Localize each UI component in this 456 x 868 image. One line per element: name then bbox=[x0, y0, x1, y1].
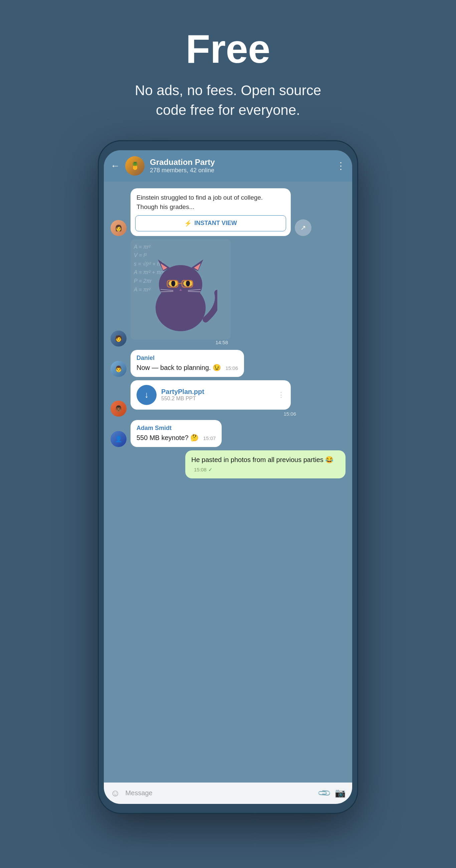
avatar: 🧑 bbox=[111, 331, 126, 346]
chat-members: 278 members, 42 online bbox=[150, 167, 331, 174]
article-text: Einstein struggled to find a job out of … bbox=[130, 188, 291, 215]
message-sender: Daniel bbox=[136, 354, 238, 362]
file-time: 15:06 bbox=[130, 411, 298, 416]
group-avatar: 🍍 bbox=[125, 156, 145, 176]
back-button[interactable]: ← bbox=[111, 161, 120, 171]
own-message-bubble: He pasted in photos from all previous pa… bbox=[185, 451, 345, 478]
checkmark-icon: ✓ bbox=[208, 467, 213, 472]
chat-body: 👩 Einstein struggled to find a job out o… bbox=[104, 182, 352, 782]
share-button[interactable]: ↗ bbox=[295, 219, 311, 236]
message-time: 15:06 bbox=[225, 365, 238, 371]
table-row: 👨 Daniel Now — back to planning. 😉 15:06 bbox=[111, 350, 345, 377]
file-bubble: ↓ PartyPlan.ppt 550.2 MB PPT ⋮ bbox=[130, 380, 291, 410]
instant-view-label: INSTANT VIEW bbox=[194, 220, 237, 227]
file-name: PartyPlan.ppt bbox=[161, 388, 273, 396]
file-size: 550.2 MB PPT bbox=[161, 396, 273, 402]
phone-frame: ← 🍍 Graduation Party 278 members, 42 onl… bbox=[98, 140, 358, 814]
sticker-time: 14:58 bbox=[215, 340, 231, 346]
lightning-icon: ⚡ bbox=[184, 220, 192, 227]
hero-subtitle: No ads, no fees. Open sourcecode free fo… bbox=[135, 81, 321, 120]
avatar: 👨 bbox=[111, 361, 126, 377]
sticker-image: A = πr² V = l³ s = √(r² + h²) A = πr² + … bbox=[130, 239, 231, 340]
chat-info: Graduation Party 278 members, 42 online bbox=[150, 158, 331, 174]
message-time: 15:07 bbox=[203, 435, 216, 441]
message-input-bar: ☺ Message 📎 📷 bbox=[104, 782, 352, 804]
more-options-icon[interactable]: ⋮ bbox=[336, 160, 345, 171]
message-text: Now — back to planning. 😉 15:06 bbox=[136, 363, 238, 372]
hero-section: Free No ads, no fees. Open sourcecode fr… bbox=[101, 0, 355, 140]
table-row: 👤 Adam Smidt 550 MB keynote? 🤔 15:07 bbox=[111, 420, 345, 447]
file-info: PartyPlan.ppt 550.2 MB PPT bbox=[161, 388, 273, 402]
hero-title: Free bbox=[135, 27, 321, 71]
avatar: 👨🏾 bbox=[111, 401, 126, 416]
article-bubble: Einstein struggled to find a job out of … bbox=[130, 188, 291, 236]
avatar: 👩 bbox=[111, 220, 126, 236]
camera-icon[interactable]: 📷 bbox=[335, 788, 345, 798]
message-sender: Adam Smidt bbox=[136, 425, 216, 432]
emoji-button[interactable]: ☺ bbox=[111, 788, 120, 799]
message-bubble: Daniel Now — back to planning. 😉 15:06 bbox=[130, 350, 244, 377]
chat-header: ← 🍍 Graduation Party 278 members, 42 onl… bbox=[104, 150, 352, 182]
table-row: 👩 Einstein struggled to find a job out o… bbox=[111, 188, 345, 236]
avatar: 👤 bbox=[111, 431, 126, 447]
svg-line-17 bbox=[188, 291, 201, 292]
instant-view-button[interactable]: ⚡ INSTANT VIEW bbox=[135, 215, 286, 231]
download-button[interactable]: ↓ bbox=[136, 385, 157, 405]
cat-sticker-svg bbox=[144, 246, 217, 333]
table-row: 👨🏾 ↓ PartyPlan.ppt 550.2 MB PPT ⋮ 15:06 bbox=[111, 380, 345, 416]
table-row: 🧑 A = πr² V = l³ s = √(r² + h²) A = πr² … bbox=[111, 239, 345, 346]
phone-screen: ← 🍍 Graduation Party 278 members, 42 onl… bbox=[104, 150, 352, 804]
message-time: 15:08 bbox=[194, 467, 207, 472]
message-text: He pasted in photos from all previous pa… bbox=[191, 455, 339, 474]
message-bubble: Adam Smidt 550 MB keynote? 🤔 15:07 bbox=[130, 420, 222, 447]
svg-point-1 bbox=[159, 265, 202, 304]
svg-point-8 bbox=[171, 280, 175, 286]
svg-point-9 bbox=[186, 280, 190, 286]
svg-line-15 bbox=[160, 291, 173, 292]
attach-icon[interactable]: 📎 bbox=[317, 785, 332, 801]
message-text: 550 MB keynote? 🤔 15:07 bbox=[136, 433, 216, 442]
file-more-icon[interactable]: ⋮ bbox=[277, 391, 285, 399]
table-row: He pasted in photos from all previous pa… bbox=[111, 451, 345, 478]
message-input[interactable]: Message bbox=[125, 789, 313, 797]
chat-name: Graduation Party bbox=[150, 158, 331, 167]
